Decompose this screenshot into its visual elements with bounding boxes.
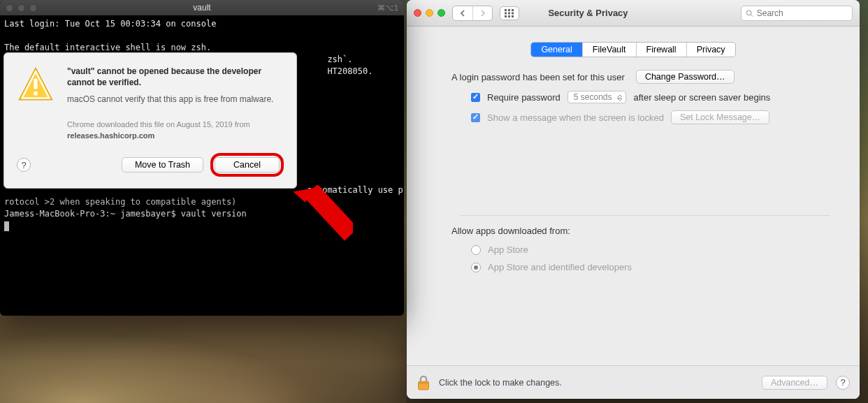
- help-icon: ?: [21, 160, 26, 170]
- show-lock-message-label: Show a message when the screen is locked: [487, 112, 664, 123]
- require-password-label: Require password: [487, 92, 560, 103]
- term-line: HT208050.: [327, 66, 372, 76]
- terminal-cursor-icon: [4, 221, 9, 231]
- cancel-button[interactable]: Cancel: [215, 157, 280, 173]
- lock-hint-text: Click the lock to make changes.: [439, 378, 753, 388]
- term-line: Last login: Tue Oct 15 00:03:34 on conso…: [4, 19, 216, 29]
- term-line: rotocol >2 when speaking to compatible a…: [4, 197, 236, 207]
- svg-rect-2: [34, 79, 37, 89]
- login-password-label: A login password has been set for this u…: [451, 72, 625, 82]
- prefs-toolbar: Security & Privacy: [407, 0, 860, 27]
- prefs-footer: Click the lock to make changes. Advanced…: [407, 365, 860, 399]
- alert-title: "vault" cannot be opened because the dev…: [67, 66, 284, 88]
- advanced-button[interactable]: Advanced…: [762, 376, 827, 390]
- help-button[interactable]: ?: [17, 158, 31, 172]
- change-password-button[interactable]: Change Password…: [636, 70, 735, 84]
- allow-appstore-label: App Store: [488, 244, 528, 255]
- show-lock-message-checkbox: [471, 113, 480, 122]
- require-password-delay-value: 5 seconds: [574, 92, 612, 102]
- require-password-delay-select[interactable]: 5 seconds: [567, 91, 627, 103]
- alert-download-meta: Chrome downloaded this file on August 15…: [67, 120, 250, 129]
- prefs-help-button[interactable]: ?: [836, 376, 850, 390]
- prefs-tabs: General FileVault Firewall Privacy: [530, 42, 735, 57]
- set-lock-message-button: Set Lock Message…: [671, 110, 769, 124]
- alert-subtitle: macOS cannot verify that this app is fre…: [67, 94, 284, 105]
- require-password-suffix: after sleep or screen saver begins: [633, 92, 770, 103]
- search-input[interactable]: [757, 8, 848, 18]
- minimize-dot-icon[interactable]: [426, 9, 433, 17]
- wallpaper-mountain: [0, 305, 407, 403]
- tab-general[interactable]: General: [531, 43, 581, 57]
- warning-icon: [17, 66, 55, 103]
- tab-filevault[interactable]: FileVault: [582, 43, 636, 57]
- gatekeeper-alert: "vault" cannot be opened because the dev…: [3, 52, 297, 189]
- lock-icon[interactable]: [417, 374, 431, 391]
- terminal-title: vault: [0, 3, 404, 13]
- prefs-window-title: Security & Privacy: [442, 8, 734, 18]
- svg-point-15: [746, 10, 751, 15]
- search-icon: [746, 9, 753, 17]
- prefs-traffic-lights: [414, 9, 445, 17]
- move-to-trash-button[interactable]: Move to Trash: [122, 157, 203, 173]
- allow-apps-title: Allow apps downloaded from:: [451, 226, 839, 236]
- annotation-circle-icon: Cancel: [210, 153, 284, 177]
- tab-privacy[interactable]: Privacy: [686, 43, 735, 57]
- term-line: zsh`.: [327, 54, 352, 64]
- svg-rect-18: [419, 381, 429, 383]
- divider: [460, 215, 830, 216]
- alert-download-site: releases.hashicorp.com: [67, 131, 154, 140]
- tab-firewall[interactable]: Firewall: [636, 43, 686, 57]
- allow-identified-radio: [471, 263, 481, 272]
- prefs-body: General FileVault Firewall Privacy A log…: [407, 27, 860, 399]
- svg-line-16: [751, 15, 753, 17]
- term-line: Jamess-MacBook-Pro-3:~ jamesbayer$ vault…: [4, 209, 247, 219]
- terminal-shortcut-hint: ⌘⌥1: [377, 3, 398, 13]
- system-preferences-window: Security & Privacy General FileVault Fir…: [407, 0, 860, 399]
- require-password-checkbox[interactable]: [471, 93, 480, 102]
- prefs-search[interactable]: [741, 6, 853, 21]
- allow-identified-label: App Store and identified developers: [488, 262, 632, 272]
- allow-appstore-radio: [471, 245, 481, 255]
- help-icon: ?: [840, 377, 845, 388]
- close-dot-icon[interactable]: [414, 9, 421, 17]
- svg-point-3: [34, 91, 38, 96]
- term-line: The default interactive shell is now zsh…: [4, 43, 211, 52]
- stepper-icon: [617, 94, 623, 101]
- terminal-titlebar[interactable]: vault ⌘⌥1: [0, 0, 404, 15]
- term-line: automatically use p: [307, 185, 403, 195]
